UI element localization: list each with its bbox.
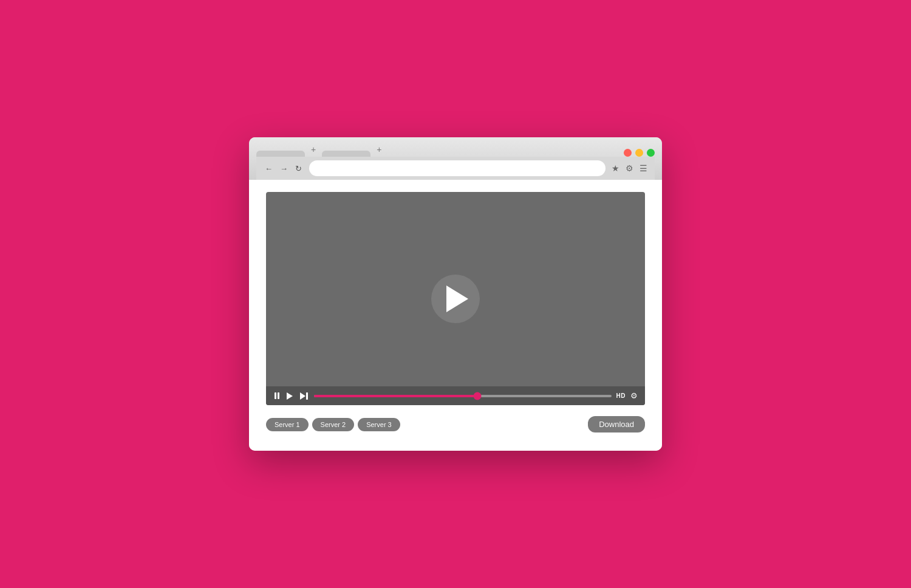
nav-buttons: ← → ↻ [262, 163, 304, 174]
video-controls: HD ⚙ [266, 386, 645, 405]
add-tab-button-2[interactable]: + [372, 142, 386, 157]
download-button[interactable]: Download [588, 416, 645, 432]
traffic-lights [624, 149, 655, 157]
browser-tab-2[interactable] [322, 151, 370, 157]
pause-button[interactable] [273, 392, 281, 399]
forward-button[interactable]: → [278, 163, 290, 174]
traffic-light-minimize[interactable] [635, 149, 643, 157]
hd-badge: HD [616, 392, 626, 399]
skip-icon [300, 392, 308, 400]
video-settings-icon[interactable]: ⚙ [630, 391, 638, 400]
traffic-light-close[interactable] [624, 149, 632, 157]
refresh-button[interactable]: ↻ [293, 163, 304, 174]
skip-bar [306, 392, 308, 400]
pause-bar-2 [278, 392, 279, 399]
pause-icon [275, 392, 279, 399]
browser-toolbar: ← → ↻ ★ ⚙ ☰ [256, 157, 655, 180]
pause-bar-1 [275, 392, 276, 399]
bookmark-button[interactable]: ★ [610, 163, 621, 174]
traffic-light-maximize[interactable] [647, 149, 655, 157]
browser-window: + + ← → ↻ ★ ⚙ ☰ [249, 137, 662, 451]
server-buttons-row: Server 1 Server 2 Server 3 Download [266, 416, 645, 432]
toolbar-actions: ★ ⚙ ☰ [610, 163, 649, 174]
progress-fill [314, 395, 477, 397]
skip-button[interactable] [299, 392, 309, 400]
server-3-button[interactable]: Server 3 [358, 418, 400, 431]
server-1-button[interactable]: Server 1 [266, 418, 309, 431]
address-bar[interactable] [309, 160, 606, 176]
play-icon [446, 285, 468, 312]
progress-bar[interactable] [314, 395, 612, 397]
server-buttons-left: Server 1 Server 2 Server 3 [266, 418, 400, 431]
browser-tab-1[interactable] [256, 151, 305, 157]
progress-thumb[interactable] [474, 392, 482, 400]
browser-titlebar: + + ← → ↻ ★ ⚙ ☰ [249, 137, 662, 180]
tabs-row: + + [256, 142, 655, 157]
skip-triangle [300, 392, 305, 400]
settings-button[interactable]: ⚙ [624, 163, 635, 174]
play-button[interactable] [431, 275, 480, 323]
browser-content: HD ⚙ Server 1 Server 2 Server 3 Download [249, 180, 662, 451]
video-player: HD ⚙ [266, 192, 645, 405]
back-button[interactable]: ← [262, 163, 275, 174]
play-small-icon [287, 392, 293, 400]
add-tab-button-1[interactable]: + [306, 142, 321, 157]
menu-button[interactable]: ☰ [638, 163, 649, 174]
video-overlay [266, 192, 645, 405]
play-small-button[interactable] [285, 392, 294, 400]
server-2-button[interactable]: Server 2 [312, 418, 355, 431]
